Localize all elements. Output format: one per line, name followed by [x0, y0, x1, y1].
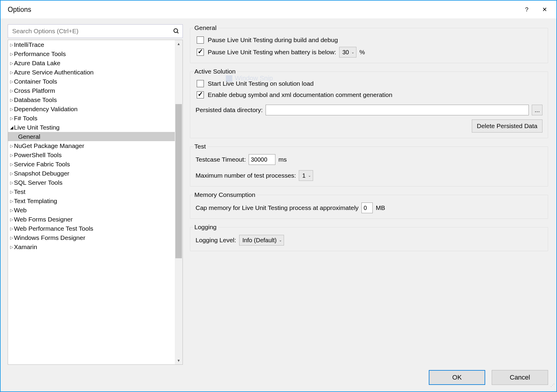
tree-item-label: Windows Forms Designer — [14, 234, 85, 241]
tree-item[interactable]: ◢Live Unit Testing — [8, 123, 175, 132]
help-button[interactable]: ? — [518, 2, 536, 17]
logging-group: Logging Logging Level: Info (Default) ⌄ — [190, 224, 548, 251]
tree-item[interactable]: ▷Windows Forms Designer — [8, 233, 175, 242]
arrow-right-icon: ▷ — [9, 61, 14, 66]
tree-item[interactable]: ▷Snapshot Debugger — [8, 169, 175, 178]
options-tree: ▷IntelliTrace▷Performance Tools▷Azure Da… — [8, 40, 183, 365]
timeout-input[interactable] — [249, 154, 275, 165]
tree-item-label: Azure Data Lake — [14, 60, 60, 67]
arrow-right-icon: ▷ — [9, 107, 14, 111]
test-legend: Test — [194, 143, 208, 150]
tree-scrollbar[interactable]: ▲ ▼ — [175, 40, 183, 364]
tree-item[interactable]: ▷Web — [8, 205, 175, 215]
tree-item[interactable]: ▷Performance Tools — [8, 49, 175, 58]
tree-item-label: Snapshot Debugger — [14, 170, 69, 177]
arrow-right-icon: ▷ — [9, 144, 14, 148]
search-box[interactable] — [8, 24, 183, 38]
tree-item-label: Xamarin — [14, 243, 37, 251]
tree-item[interactable]: ▷Dependency Validation — [8, 104, 175, 114]
tree-item-label: Database Tools — [14, 96, 57, 103]
resize-grip[interactable]: ⋰ — [549, 384, 555, 390]
scroll-thumb[interactable] — [175, 104, 182, 258]
tree-item[interactable]: ▷Cross Platform — [8, 86, 175, 95]
tree-item[interactable]: ▷F# Tools — [8, 114, 175, 123]
chevron-down-icon: ⌄ — [279, 238, 282, 242]
scroll-down-button[interactable]: ▼ — [175, 357, 183, 364]
scroll-track[interactable] — [175, 48, 183, 357]
tree-item-label: Dependency Validation — [14, 106, 77, 113]
tree-item[interactable]: ▷Service Fabric Tools — [8, 160, 175, 169]
procs-combo[interactable]: 1 ⌄ — [299, 170, 313, 181]
tree-item-label: Container Tools — [14, 78, 57, 85]
arrow-right-icon: ▷ — [9, 235, 14, 240]
pause-build-label[interactable]: Pause Live Unit Testing during build and… — [208, 36, 338, 44]
pause-battery-checkbox[interactable] — [197, 49, 204, 56]
arrow-right-icon: ▷ — [9, 208, 14, 213]
start-on-load-label[interactable]: Start Live Unit Testing on solution load — [208, 80, 314, 87]
tree-item-label: PowerShell Tools — [14, 152, 62, 159]
delete-persisted-data-button[interactable]: Delete Persisted Data — [472, 119, 542, 133]
tree-item-label: Live Unit Testing — [14, 124, 60, 131]
cap-row: Cap memory for Live Unit Testing process… — [196, 203, 542, 213]
data-dir-input[interactable] — [266, 105, 529, 115]
tree-item-label: Web Forms Designer — [14, 216, 73, 223]
arrow-right-icon: ▷ — [9, 162, 14, 167]
tree-item[interactable]: ▷Web Forms Designer — [8, 215, 175, 224]
tree-item-label: Azure Service Authentication — [14, 69, 94, 76]
tree-item-label: NuGet Package Manager — [14, 142, 84, 149]
active-solution-legend: Active Solution — [194, 68, 237, 75]
arrow-right-icon: ▷ — [9, 217, 14, 222]
svg-line-1 — [177, 32, 179, 34]
cap-unit-label: MB — [376, 204, 385, 211]
svg-point-0 — [174, 29, 178, 33]
memory-legend: Memory Consumption — [194, 191, 257, 198]
arrow-right-icon: ▷ — [9, 171, 14, 176]
close-button[interactable]: ✕ — [536, 2, 553, 17]
battery-threshold-combo[interactable]: 30 ⌄ — [339, 47, 356, 58]
tree-item[interactable]: ▷IntelliTrace — [8, 40, 175, 49]
tree-item[interactable]: ▷Container Tools — [8, 77, 175, 86]
enable-debug-row: Enable debug symbol and xml documentatio… — [196, 90, 542, 99]
cap-label: Cap memory for Live Unit Testing process… — [196, 204, 358, 211]
logging-level-label: Logging Level: — [196, 237, 236, 244]
test-group: Test Testcase Timeout: ms Maximum number… — [190, 143, 548, 187]
tree-item[interactable]: ▷Xamarin — [8, 242, 175, 251]
tree-item[interactable]: ▷SQL Server Tools — [8, 178, 175, 187]
tree-item[interactable]: ▷Azure Service Authentication — [8, 68, 175, 77]
search-input[interactable] — [12, 27, 173, 35]
dialog-footer: OK Cancel — [1, 365, 556, 391]
tree-item-label: Web — [14, 207, 27, 214]
cap-input[interactable] — [361, 203, 373, 213]
pause-battery-label[interactable]: Pause Live Unit Testing when battery is … — [208, 49, 336, 56]
tree-item[interactable]: ▷Text Templating — [8, 196, 175, 205]
arrow-right-icon: ▷ — [9, 52, 14, 56]
pause-build-checkbox[interactable] — [197, 36, 204, 44]
arrow-right-icon: ▷ — [9, 88, 14, 93]
memory-group: Memory Consumption Cap memory for Live U… — [190, 191, 548, 219]
tree-item[interactable]: ▷Web Performance Test Tools — [8, 224, 175, 233]
tree-item[interactable]: ▷Database Tools — [8, 95, 175, 104]
scroll-up-button[interactable]: ▲ — [175, 40, 183, 48]
tree-item[interactable]: ▷Azure Data Lake — [8, 58, 175, 68]
start-on-load-checkbox[interactable] — [197, 80, 204, 87]
arrow-right-icon: ▷ — [9, 226, 14, 231]
tree-child-item[interactable]: General — [8, 132, 175, 141]
tree-item-label: Cross Platform — [14, 87, 55, 94]
tree-item[interactable]: ▷Test — [8, 187, 175, 196]
titlebar: Options ? ✕ — [1, 1, 556, 18]
general-legend: General — [194, 24, 218, 31]
enable-debug-checkbox[interactable] — [197, 91, 204, 98]
arrow-down-icon: ◢ — [9, 125, 14, 130]
battery-unit-label: % — [359, 49, 365, 56]
enable-debug-label[interactable]: Enable debug symbol and xml documentatio… — [208, 91, 392, 98]
tree-item[interactable]: ▷PowerShell Tools — [8, 150, 175, 160]
browse-button[interactable]: ... — [532, 105, 542, 115]
tree-item[interactable]: ▷NuGet Package Manager — [8, 141, 175, 150]
chevron-down-icon: ⌄ — [351, 50, 354, 54]
arrow-right-icon: ▷ — [9, 79, 14, 84]
search-icon — [173, 28, 180, 34]
ok-button[interactable]: OK — [429, 370, 485, 385]
active-solution-group: Active Solution Window Snip Start Live U… — [190, 68, 548, 138]
cancel-button[interactable]: Cancel — [492, 370, 548, 385]
logging-level-combo[interactable]: Info (Default) ⌄ — [239, 235, 284, 246]
